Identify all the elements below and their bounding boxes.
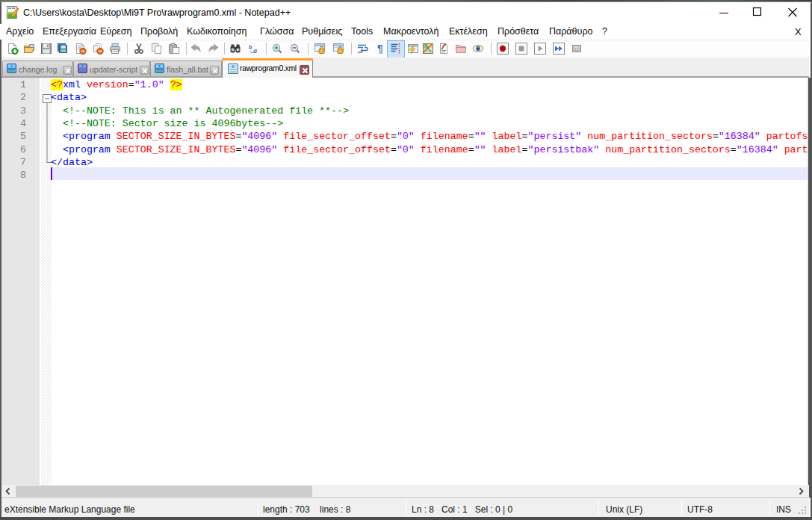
svg-text:b: b bbox=[249, 43, 252, 51]
svg-text:a: a bbox=[253, 46, 257, 55]
svg-text:¶: ¶ bbox=[377, 43, 383, 55]
